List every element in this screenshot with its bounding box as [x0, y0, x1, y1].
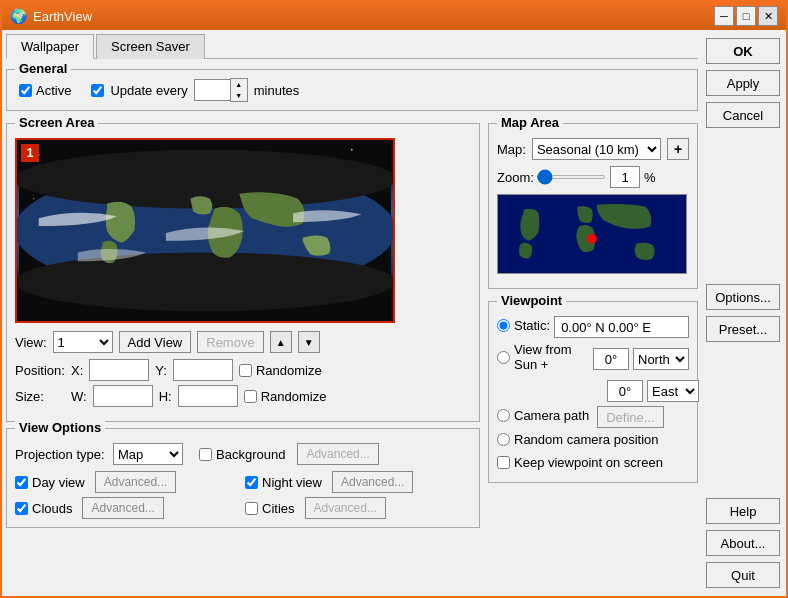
earth-preview: 1: [15, 138, 395, 323]
cancel-button[interactable]: Cancel: [706, 102, 780, 128]
clouds-label[interactable]: Clouds: [15, 501, 72, 516]
view-options-section: View Options Projection type: Map Backgr…: [6, 428, 480, 528]
position-randomize-checkbox[interactable]: [239, 364, 252, 377]
preset-button[interactable]: Preset...: [706, 316, 780, 342]
tab-screen-saver[interactable]: Screen Saver: [96, 34, 205, 59]
keep-viewpoint-checkbox[interactable]: [497, 456, 510, 469]
clouds-checkbox[interactable]: [15, 502, 28, 515]
size-randomize-label[interactable]: Randomize: [244, 389, 327, 404]
view-select[interactable]: 1: [53, 331, 113, 353]
spinbox-down[interactable]: ▼: [231, 90, 247, 101]
sun-value-input[interactable]: [593, 348, 629, 370]
cities-row: Cities Advanced...: [245, 497, 471, 519]
size-label: Size:: [15, 389, 65, 404]
random-camera-radio[interactable]: [497, 433, 510, 446]
cities-label[interactable]: Cities: [245, 501, 295, 516]
svg-point-5: [33, 198, 34, 199]
map-dropdown[interactable]: Seasonal (10 km) Blue Marble Topographic: [532, 138, 661, 160]
static-radio[interactable]: [497, 319, 510, 332]
down-arrow-button[interactable]: ▼: [298, 331, 320, 353]
remove-button[interactable]: Remove: [197, 331, 263, 353]
static-radio-label[interactable]: Static:: [497, 318, 550, 333]
sun-radio-label[interactable]: View from Sun +: [497, 342, 589, 372]
background-checkbox[interactable]: [199, 448, 212, 461]
help-button[interactable]: Help: [706, 498, 780, 524]
day-view-advanced-button[interactable]: Advanced...: [95, 471, 176, 493]
screen-area-section: Screen Area 1: [6, 123, 480, 422]
h-input[interactable]: 1080: [178, 385, 238, 407]
update-row: Update every 10 ▲ ▼ minutes: [91, 78, 299, 102]
background-advanced-button[interactable]: Advanced...: [297, 443, 378, 465]
spacer-2: [706, 348, 778, 492]
sun-north-select[interactable]: North South: [633, 348, 689, 370]
sun-row-1: View from Sun + North South: [497, 342, 689, 376]
projection-select[interactable]: Map: [113, 443, 183, 465]
y-input[interactable]: 0: [173, 359, 233, 381]
size-randomize-checkbox[interactable]: [244, 390, 257, 403]
w-label: W:: [71, 389, 87, 404]
camera-path-label[interactable]: Camera path: [497, 408, 589, 423]
zoom-input[interactable]: [610, 166, 640, 188]
sun-east-select[interactable]: East West: [647, 380, 699, 402]
options-grid: Day view Advanced... Night view Adv: [15, 471, 471, 519]
world-map-preview[interactable]: [497, 194, 687, 274]
sun-value2-input[interactable]: [607, 380, 643, 402]
update-checkbox[interactable]: [91, 84, 104, 97]
update-value-input[interactable]: 10: [194, 79, 230, 101]
projection-row: Projection type: Map Background Advanced…: [15, 443, 471, 465]
x-input[interactable]: 0: [89, 359, 149, 381]
active-checkbox-label[interactable]: Active: [19, 83, 71, 98]
spinbox-up[interactable]: ▲: [231, 79, 247, 90]
sun-view-section: View from Sun + North South: [497, 342, 689, 402]
about-button[interactable]: About...: [706, 530, 780, 556]
day-view-label[interactable]: Day view: [15, 475, 85, 490]
night-view-label[interactable]: Night view: [245, 475, 322, 490]
night-view-advanced-button[interactable]: Advanced...: [332, 471, 413, 493]
zoom-row: Zoom: %: [497, 166, 689, 188]
sun-label: View from Sun +: [514, 342, 589, 372]
screen-badge: 1: [21, 144, 39, 162]
maximize-button[interactable]: □: [736, 6, 756, 26]
background-label[interactable]: Background: [199, 447, 285, 462]
up-arrow-button[interactable]: ▲: [270, 331, 292, 353]
position-row: Position: X: 0 Y: 0 Randomize: [15, 359, 471, 381]
w-input[interactable]: 1920: [93, 385, 153, 407]
minimize-button[interactable]: ─: [714, 6, 734, 26]
viewpoint-title: Viewpoint: [497, 293, 566, 308]
apply-button[interactable]: Apply: [706, 70, 780, 96]
ok-button[interactable]: OK: [706, 38, 780, 64]
static-coord-display[interactable]: 0.00° N 0.00° E: [554, 316, 689, 338]
static-row: Static: 0.00° N 0.00° E: [497, 316, 689, 338]
random-camera-label[interactable]: Random camera position: [497, 432, 659, 447]
position-randomize-text: Randomize: [256, 363, 322, 378]
content-area: Wallpaper Screen Saver General Active Up…: [2, 30, 786, 596]
sun-radio[interactable]: [497, 351, 510, 364]
position-randomize-label[interactable]: Randomize: [239, 363, 322, 378]
camera-path-radio[interactable]: [497, 409, 510, 422]
add-view-button[interactable]: Add View: [119, 331, 192, 353]
camera-path-row: Camera path Define...: [497, 406, 689, 428]
cities-checkbox[interactable]: [245, 502, 258, 515]
close-button[interactable]: ✕: [758, 6, 778, 26]
keep-viewpoint-label[interactable]: Keep viewpoint on screen: [497, 455, 663, 470]
add-map-button[interactable]: +: [667, 138, 689, 160]
map-area-title: Map Area: [497, 115, 563, 130]
svg-point-3: [351, 149, 353, 151]
zoom-slider[interactable]: [536, 175, 606, 179]
cities-advanced-button[interactable]: Advanced...: [305, 497, 386, 519]
active-checkbox[interactable]: [19, 84, 32, 97]
tab-bar: Wallpaper Screen Saver: [6, 34, 698, 59]
two-columns: Screen Area 1: [6, 123, 698, 534]
clouds-advanced-button[interactable]: Advanced...: [82, 497, 163, 519]
h-label: H:: [159, 389, 172, 404]
define-button[interactable]: Define...: [597, 406, 663, 428]
general-title: General: [15, 61, 71, 76]
quit-button[interactable]: Quit: [706, 562, 780, 588]
view-options-title: View Options: [15, 420, 105, 435]
day-view-checkbox[interactable]: [15, 476, 28, 489]
clouds-text: Clouds: [32, 501, 72, 516]
screen-area-title: Screen Area: [15, 115, 98, 130]
options-button[interactable]: Options...: [706, 284, 780, 310]
night-view-checkbox[interactable]: [245, 476, 258, 489]
tab-wallpaper[interactable]: Wallpaper: [6, 34, 94, 59]
